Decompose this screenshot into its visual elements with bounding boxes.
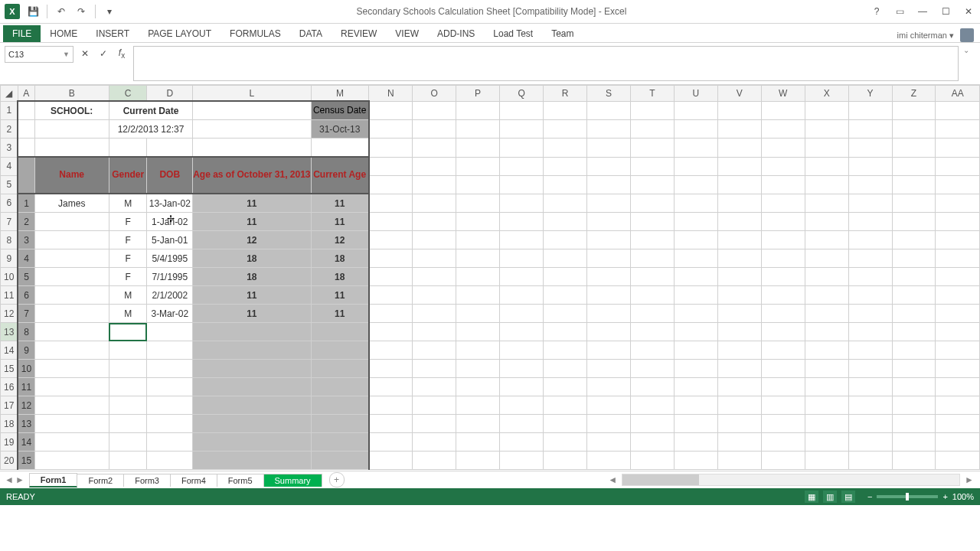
maximize-button[interactable]: ☐	[934, 1, 957, 22]
empty-cell[interactable]	[805, 194, 848, 213]
empty-cell[interactable]	[369, 286, 413, 305]
empty-cell[interactable]	[456, 396, 500, 415]
empty-cell[interactable]	[848, 360, 892, 378]
cell-name[interactable]	[34, 323, 109, 341]
cell-current-age[interactable]	[311, 433, 369, 452]
empty-cell[interactable]	[413, 194, 456, 213]
row-header[interactable]: 2	[1, 120, 18, 139]
user-name[interactable]: imi chiterman ▾	[897, 31, 954, 41]
cell-current-age[interactable]	[311, 415, 369, 433]
cell-age-as-of[interactable]	[193, 396, 311, 415]
zoom-out-button[interactable]: −	[867, 492, 872, 501]
empty-cell[interactable]	[500, 452, 544, 470]
cell-gender[interactable]: F	[109, 213, 147, 231]
cell-dob[interactable]	[147, 341, 193, 360]
cell-age-as-of[interactable]: 12	[193, 231, 311, 249]
empty-cell[interactable]	[761, 286, 805, 305]
cell-name[interactable]	[34, 341, 109, 360]
row-number[interactable]: 10	[18, 360, 34, 378]
empty-cell[interactable]	[936, 360, 980, 378]
empty-cell[interactable]	[369, 396, 413, 415]
minimize-button[interactable]: —	[911, 1, 934, 22]
empty-cell[interactable]	[761, 213, 805, 231]
empty-cell[interactable]	[369, 231, 413, 249]
empty-cell[interactable]	[674, 396, 717, 415]
empty-cell[interactable]	[500, 396, 544, 415]
col-header[interactable]: N	[369, 86, 413, 102]
col-header[interactable]: Z	[892, 86, 936, 102]
row-header[interactable]: 12	[1, 305, 18, 323]
cell-dob[interactable]	[147, 378, 193, 396]
empty-cell[interactable]	[936, 396, 980, 415]
cell-gender[interactable]	[109, 341, 147, 360]
cell-dob[interactable]: 13-Jan-02	[147, 194, 193, 213]
empty-cell[interactable]	[848, 378, 892, 396]
empty-cell[interactable]	[717, 415, 761, 433]
row-header[interactable]: 6	[1, 194, 18, 213]
empty-cell[interactable]	[630, 341, 674, 360]
cell-name[interactable]	[34, 378, 109, 396]
empty-cell[interactable]	[805, 396, 848, 415]
row-number[interactable]: 6	[18, 286, 34, 305]
empty-cell[interactable]	[500, 213, 544, 231]
empty-cell[interactable]	[805, 341, 848, 360]
empty-cell[interactable]	[761, 396, 805, 415]
empty-cell[interactable]	[413, 415, 456, 433]
empty-cell[interactable]	[587, 194, 631, 213]
empty-cell[interactable]	[456, 452, 500, 470]
cell-age-as-of[interactable]: 11	[193, 194, 311, 213]
empty-cell[interactable]	[456, 268, 500, 286]
empty-cell[interactable]	[630, 378, 674, 396]
sheet-tab-form1[interactable]: Form1	[29, 473, 78, 487]
empty-cell[interactable]	[413, 378, 456, 396]
empty-cell[interactable]	[369, 323, 413, 341]
cell-dob[interactable]: 1-Jan-02	[147, 213, 193, 231]
row-header[interactable]: 4	[1, 157, 18, 175]
empty-cell[interactable]	[500, 378, 544, 396]
empty-cell[interactable]	[936, 378, 980, 396]
empty-cell[interactable]	[587, 213, 631, 231]
empty-cell[interactable]	[805, 249, 848, 268]
row-header[interactable]: 19	[1, 433, 18, 452]
empty-cell[interactable]	[761, 415, 805, 433]
row-number[interactable]: 13	[18, 415, 34, 433]
row-number[interactable]: 1	[18, 194, 34, 213]
cell-gender[interactable]	[109, 396, 147, 415]
empty-cell[interactable]	[544, 452, 587, 470]
cell-current-age[interactable]	[311, 396, 369, 415]
empty-cell[interactable]	[848, 213, 892, 231]
tab-team[interactable]: Team	[542, 25, 583, 42]
cell-dob[interactable]	[147, 452, 193, 470]
empty-cell[interactable]	[805, 360, 848, 378]
empty-cell[interactable]	[717, 341, 761, 360]
sheet-tab-form2[interactable]: Form2	[77, 474, 124, 487]
empty-cell[interactable]	[674, 286, 717, 305]
empty-cell[interactable]	[544, 323, 587, 341]
empty-cell[interactable]	[544, 286, 587, 305]
empty-cell[interactable]	[848, 249, 892, 268]
cell-age-as-of[interactable]	[193, 415, 311, 433]
empty-cell[interactable]	[369, 268, 413, 286]
empty-cell[interactable]	[848, 323, 892, 341]
cancel-icon[interactable]: ✕	[78, 48, 92, 59]
empty-cell[interactable]	[717, 194, 761, 213]
empty-cell[interactable]	[500, 341, 544, 360]
cell-gender[interactable]: M	[109, 305, 147, 323]
cell-gender[interactable]	[109, 378, 147, 396]
empty-cell[interactable]	[413, 433, 456, 452]
empty-cell[interactable]	[630, 305, 674, 323]
empty-cell[interactable]	[630, 231, 674, 249]
row-header[interactable]: 10	[1, 268, 18, 286]
empty-cell[interactable]	[456, 415, 500, 433]
empty-cell[interactable]	[805, 286, 848, 305]
row-number[interactable]: 11	[18, 378, 34, 396]
fx-icon[interactable]: fx	[115, 47, 129, 60]
empty-cell[interactable]	[500, 194, 544, 213]
empty-cell[interactable]	[936, 286, 980, 305]
empty-cell[interactable]	[456, 341, 500, 360]
empty-cell[interactable]	[674, 194, 717, 213]
row-header[interactable]: 15	[1, 360, 18, 378]
empty-cell[interactable]	[587, 360, 631, 378]
cell-current-age[interactable]: 12	[311, 231, 369, 249]
empty-cell[interactable]	[413, 305, 456, 323]
